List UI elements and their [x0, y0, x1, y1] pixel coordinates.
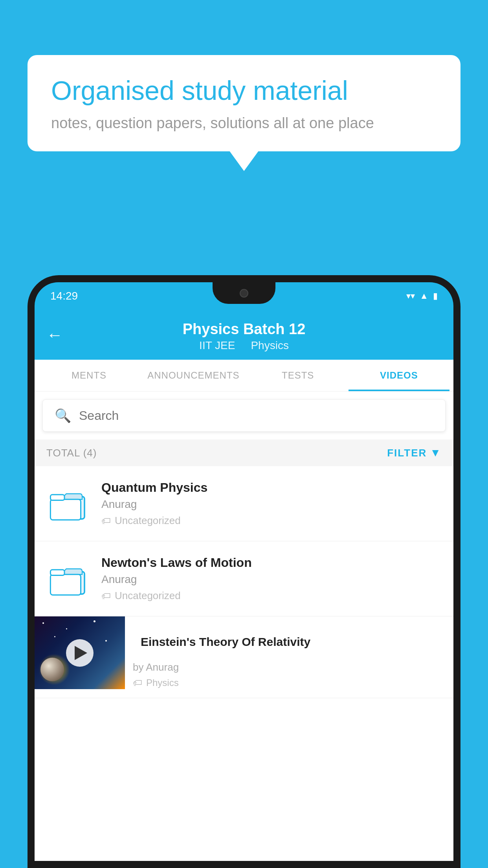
app-header: ← Physics Batch 12 IIT JEE Physics	[35, 310, 453, 360]
status-bar: 14:29 ▾▾ ▲ ▮	[35, 282, 453, 310]
status-time: 14:29	[50, 290, 78, 302]
speech-bubble-subtitle: notes, question papers, solutions all at…	[51, 115, 437, 132]
search-input[interactable]	[79, 408, 433, 423]
back-button[interactable]: ←	[46, 326, 63, 344]
item-author: Anurag	[101, 498, 442, 511]
tag-iit: IIT JEE	[199, 339, 235, 352]
total-label: TOTAL (4)	[46, 447, 97, 459]
svg-rect-1	[50, 499, 81, 520]
filter-icon: ▼	[430, 447, 442, 459]
phone-camera	[240, 289, 248, 298]
item-info: Einstein's Theory Of Relativity by Anura…	[125, 616, 453, 698]
item-title: Newton's Laws of Motion	[101, 555, 442, 570]
item-author: Anurag	[101, 573, 442, 586]
phone-notch	[213, 282, 275, 304]
tabs-bar: MENTS ANNOUNCEMENTS TESTS VIDEOS	[35, 360, 453, 392]
search-bar[interactable]: 🔍	[42, 399, 446, 432]
star	[54, 636, 55, 637]
item-title: Quantum Physics	[101, 480, 442, 495]
item-thumbnail	[46, 557, 90, 600]
tab-tests[interactable]: TESTS	[248, 360, 349, 391]
tag-physics: Physics	[251, 339, 288, 352]
svg-rect-2	[50, 495, 64, 500]
list-item[interactable]: Einstein's Theory Of Relativity by Anura…	[35, 616, 453, 698]
list-item[interactable]: Quantum Physics Anurag 🏷 Uncategorized	[35, 466, 453, 541]
speech-bubble-container: Organised study material notes, question…	[28, 55, 460, 151]
tag-icon: 🏷	[101, 590, 111, 601]
tag-icon: 🏷	[101, 515, 111, 526]
svg-rect-5	[50, 570, 64, 575]
tab-videos[interactable]: VIDEOS	[349, 360, 449, 391]
item-tag: 🏷 Uncategorized	[101, 515, 442, 527]
star	[94, 620, 95, 622]
status-icons: ▾▾ ▲ ▮	[406, 291, 438, 301]
item-info: Newton's Laws of Motion Anurag 🏷 Uncateg…	[101, 555, 442, 602]
tab-ments[interactable]: MENTS	[39, 360, 139, 391]
speech-bubble: Organised study material notes, question…	[28, 55, 460, 151]
phone-frame: 14:29 ▾▾ ▲ ▮ ← Physics Batch 12 IIT JEE	[28, 275, 460, 868]
tab-announcements[interactable]: ANNOUNCEMENTS	[139, 360, 247, 391]
batch-subtitle: IIT JEE Physics	[50, 339, 438, 352]
star	[42, 622, 44, 624]
star	[105, 640, 107, 642]
item-title: Einstein's Theory Of Relativity	[133, 626, 446, 658]
video-list: Quantum Physics Anurag 🏷 Uncategorized	[35, 466, 453, 698]
wifi-icon: ▾▾	[406, 291, 415, 301]
tag-icon: 🏷	[133, 677, 142, 688]
play-button[interactable]	[66, 639, 94, 667]
search-icon: 🔍	[55, 408, 71, 423]
play-triangle-icon	[75, 646, 87, 660]
list-item[interactable]: Newton's Laws of Motion Anurag 🏷 Uncateg…	[35, 541, 453, 616]
item-info: Quantum Physics Anurag 🏷 Uncategorized	[101, 480, 442, 527]
item-tag: 🏷 Physics	[133, 677, 446, 688]
tag-label: Physics	[146, 677, 179, 688]
video-thumbnail	[35, 616, 125, 689]
filter-button[interactable]: FILTER ▼	[387, 447, 442, 459]
item-thumbnail	[46, 482, 90, 525]
svg-rect-4	[50, 574, 81, 595]
batch-title: Physics Batch 12	[50, 321, 438, 338]
tag-label: Uncategorized	[115, 515, 181, 527]
battery-icon: ▮	[433, 291, 438, 301]
phone-screen: ← Physics Batch 12 IIT JEE Physics MENTS…	[35, 310, 453, 861]
folder-icon	[50, 485, 87, 522]
star	[66, 628, 67, 629]
item-tag: 🏷 Uncategorized	[101, 590, 442, 602]
filter-label: FILTER	[387, 447, 427, 459]
signal-icon: ▲	[420, 291, 428, 301]
planet	[40, 658, 64, 681]
speech-bubble-title: Organised study material	[51, 75, 437, 107]
total-filter-bar: TOTAL (4) FILTER ▼	[35, 440, 453, 466]
item-author: by Anurag	[133, 661, 446, 673]
tag-label: Uncategorized	[115, 590, 181, 602]
folder-icon	[50, 560, 87, 598]
